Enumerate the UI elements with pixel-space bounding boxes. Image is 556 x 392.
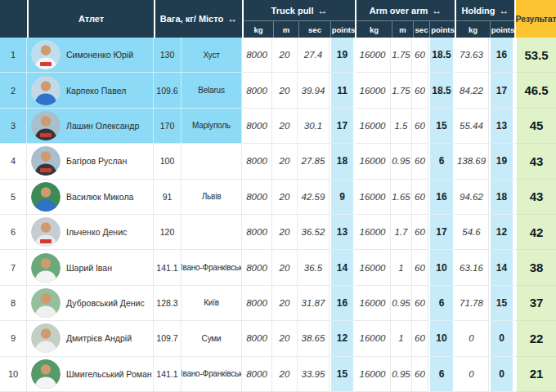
athlete-avatar[interactable] bbox=[31, 146, 61, 176]
athlete-name[interactable]: Лашин Олександр bbox=[66, 121, 139, 131]
athlete-name[interactable]: Карпеко Павел bbox=[66, 86, 126, 96]
subcolumn-header-points[interactable]: points bbox=[429, 21, 455, 38]
arm-over-arm-kg-cell: 16000 bbox=[355, 144, 391, 179]
truck-pull-points-cell: 17 bbox=[330, 109, 355, 144]
arm-over-arm-m-cell: 1 bbox=[391, 321, 412, 356]
result-cell: 38 bbox=[514, 250, 556, 285]
truck-pull-m-cell: 20 bbox=[272, 38, 298, 73]
arm-over-arm-sec-cell: 60 bbox=[412, 180, 428, 215]
event-title-truck-pull[interactable]: Truck pull ↔ bbox=[244, 0, 355, 21]
athlete-avatar[interactable] bbox=[31, 111, 61, 140]
athlete-name[interactable]: Василюк Микола bbox=[66, 192, 133, 202]
arm-over-arm-kg-cell: 16000 bbox=[355, 180, 391, 215]
athlete-name[interactable]: Шарий Іван bbox=[66, 263, 112, 273]
event-title-holding[interactable]: Holding ↔ bbox=[456, 0, 514, 21]
arm-over-arm-points-cell: 6 bbox=[428, 144, 455, 179]
holding-points-cell: 18 bbox=[489, 180, 514, 215]
table-row: 3 Лашин Олександр 170 Маріуполь 8000 20 … bbox=[0, 109, 556, 144]
arm-over-arm-points-cell: 18.5 bbox=[428, 73, 455, 108]
sort-arrows-icon[interactable]: ↔ bbox=[227, 13, 237, 24]
subcolumn-header-sec[interactable]: sec bbox=[298, 21, 330, 38]
athlete-avatar[interactable] bbox=[31, 182, 61, 212]
athlete-name[interactable]: Шмигельський Роман bbox=[66, 369, 152, 379]
athlete-avatar[interactable] bbox=[31, 323, 61, 353]
result-cell: 43 bbox=[514, 144, 556, 179]
truck-pull-m-cell: 20 bbox=[272, 109, 298, 144]
subcolumn-header-kg[interactable]: kg bbox=[356, 21, 392, 38]
arm-over-arm-sec-cell: 60 bbox=[412, 109, 428, 144]
result-cell: 43 bbox=[514, 180, 556, 215]
truck-pull-sec-cell: 30.1 bbox=[298, 109, 330, 144]
result-cell: 45 bbox=[514, 109, 556, 144]
event-title-arm-over-arm[interactable]: Arm over arm ↔ bbox=[356, 0, 455, 21]
athlete-cell: Дмитрієв Андрій bbox=[27, 321, 154, 356]
subcolumn-header-kg[interactable]: kg bbox=[456, 21, 490, 38]
athlete-avatar[interactable] bbox=[31, 76, 61, 105]
athlete-avatar[interactable] bbox=[31, 253, 61, 283]
table-row: 10 Шмигельський Роман 141.1 Івано-Франкі… bbox=[0, 357, 556, 392]
truck-pull-sec-cell: 27.85 bbox=[298, 144, 330, 179]
arm-over-arm-points-cell: 10 bbox=[428, 250, 455, 285]
truck-pull-kg-cell: 8000 bbox=[242, 215, 272, 250]
truck-pull-m-cell: 20 bbox=[272, 250, 298, 285]
athlete-avatar[interactable] bbox=[31, 40, 61, 69]
athlete-name[interactable]: Симоненко Юрій bbox=[66, 50, 133, 60]
subcolumn-header-points[interactable]: points bbox=[330, 21, 356, 38]
arm-over-arm-m-cell: 0.95 bbox=[391, 144, 412, 179]
truck-pull-kg-cell: 8000 bbox=[242, 73, 272, 108]
city-cell: Київ bbox=[182, 286, 242, 321]
athlete-avatar[interactable] bbox=[31, 288, 61, 318]
arm-over-arm-m-cell: 1.7 bbox=[391, 215, 412, 250]
subcolumn-header-kg[interactable]: kg bbox=[244, 21, 273, 38]
athlete-name[interactable]: Дмитрієв Андрій bbox=[66, 333, 132, 343]
rank-cell: 2 bbox=[0, 73, 27, 108]
city-cell: Belarus bbox=[182, 73, 242, 108]
subcolumn-header-sec[interactable]: sec bbox=[413, 21, 429, 38]
athlete-avatar[interactable] bbox=[31, 217, 61, 247]
truck-pull-sec-cell: 33.95 bbox=[298, 357, 330, 392]
truck-pull-points-cell: 9 bbox=[330, 180, 355, 215]
weight-cell: 100 bbox=[154, 144, 182, 179]
rank-cell: 5 bbox=[0, 180, 27, 215]
truck-pull-kg-cell: 8000 bbox=[242, 321, 272, 356]
weight-cell: 141.1 bbox=[154, 250, 182, 285]
holding-points-cell: 0 bbox=[489, 357, 514, 392]
rank-cell: 6 bbox=[0, 215, 27, 250]
holding-points-cell: 17 bbox=[489, 73, 514, 108]
rank-cell: 10 bbox=[0, 357, 27, 392]
arm-over-arm-points-cell: 18.5 bbox=[428, 38, 455, 73]
truck-pull-sec-cell: 36.52 bbox=[298, 215, 330, 250]
event-header-arm-over-arm: Arm over arm ↔ kgmsecpoints bbox=[355, 0, 455, 38]
weight-cell: 130 bbox=[154, 38, 182, 73]
holding-kg-cell: 94.62 bbox=[455, 180, 489, 215]
athlete-name[interactable]: Дубровський Денис bbox=[66, 298, 145, 308]
athlete-cell: Шарий Іван bbox=[27, 250, 154, 285]
arm-over-arm-sec-cell: 60 bbox=[412, 250, 428, 285]
arm-over-arm-m-cell: 0.95 bbox=[391, 286, 412, 321]
sort-arrows-icon[interactable]: ↔ bbox=[432, 5, 442, 16]
weight-cell: 120 bbox=[154, 215, 182, 250]
arm-over-arm-kg-cell: 16000 bbox=[355, 250, 391, 285]
truck-pull-points-cell: 12 bbox=[330, 321, 355, 356]
table-header: Атлет Вага, кг/ Місто ↔ Truck pull ↔ kgm… bbox=[0, 0, 556, 38]
truck-pull-sec-cell: 38.65 bbox=[298, 321, 330, 356]
results-table: Атлет Вага, кг/ Місто ↔ Truck pull ↔ kgm… bbox=[0, 0, 556, 392]
truck-pull-kg-cell: 8000 bbox=[242, 357, 272, 392]
sort-arrows-icon[interactable]: ↔ bbox=[317, 5, 327, 16]
weight-cell: 141.1 bbox=[154, 357, 182, 392]
subcolumn-header-m[interactable]: m bbox=[273, 21, 298, 38]
weight-city-column-header[interactable]: Вага, кг/ Місто ↔ bbox=[154, 0, 242, 38]
result-column-header[interactable]: Результат bbox=[514, 0, 556, 38]
sort-arrows-icon[interactable]: ↔ bbox=[499, 5, 509, 16]
athlete-column-header[interactable]: Атлет bbox=[27, 0, 154, 38]
subcolumn-header-m[interactable]: m bbox=[392, 21, 413, 38]
athlete-cell: Шмигельський Роман bbox=[27, 357, 154, 392]
event-header-truck-pull: Truck pull ↔ kgmsecpoints bbox=[242, 0, 355, 38]
arm-over-arm-sec-cell: 60 bbox=[412, 357, 428, 392]
holding-kg-cell: 55.44 bbox=[455, 109, 489, 144]
subcolumn-header-points[interactable]: points bbox=[490, 21, 515, 38]
athlete-name[interactable]: Багіров Руслан bbox=[66, 156, 127, 166]
athlete-name[interactable]: Ільченко Денис bbox=[66, 227, 127, 237]
result-cell: 46.5 bbox=[514, 73, 556, 108]
athlete-avatar[interactable] bbox=[31, 359, 61, 389]
